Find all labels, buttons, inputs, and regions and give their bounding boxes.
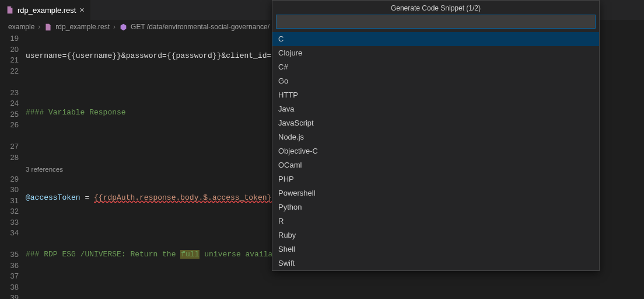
tab-label: rdp_example.rest — [18, 6, 76, 15]
file-icon — [44, 23, 52, 31]
palette-item[interactable]: Python — [272, 200, 599, 214]
palette-item[interactable]: Powershell — [272, 186, 599, 200]
code-value-error: {{rdpAuth.response.body.$.access_token}} — [94, 193, 276, 202]
palette-item[interactable]: C# — [272, 60, 599, 74]
method-icon — [119, 23, 127, 31]
breadcrumb-seg[interactable]: GET /data/environmental-social-governanc… — [131, 23, 270, 31]
file-icon — [6, 6, 14, 14]
code-text: username={{username}}&password={{passwor… — [26, 51, 276, 60]
palette-item[interactable]: Shell — [272, 242, 599, 256]
palette-item[interactable]: R — [272, 214, 599, 228]
palette-item[interactable]: JavaScript — [272, 116, 599, 130]
palette-title: Generate Code Snippet (1/2) — [272, 1, 599, 15]
codelens-references[interactable]: 3 references — [26, 166, 63, 173]
palette-item[interactable]: PHP — [272, 172, 599, 186]
close-icon[interactable]: × — [79, 5, 84, 15]
code-var: @accessToken — [26, 193, 80, 202]
palette-item[interactable]: Objective-C — [272, 144, 599, 158]
palette-item[interactable]: Go — [272, 74, 599, 88]
palette-item[interactable]: Java — [272, 102, 599, 116]
palette-item[interactable]: HTTP — [272, 88, 599, 102]
palette-item[interactable]: Clojure — [272, 46, 599, 60]
palette-item[interactable]: Swift — [272, 256, 599, 270]
chevron-right-icon: › — [38, 23, 40, 31]
palette-item[interactable]: C — [272, 32, 599, 46]
command-palette: Generate Code Snippet (1/2) CClojureC#Go… — [272, 0, 600, 271]
breadcrumb-seg[interactable]: example — [8, 23, 34, 31]
palette-item[interactable]: Ruby — [272, 228, 599, 242]
code-comment: #### Variable Response — [26, 108, 126, 117]
breadcrumb-seg[interactable]: rdp_example.rest — [55, 23, 110, 31]
palette-item[interactable]: Node.js — [272, 130, 599, 144]
tab-rdp-example[interactable]: rdp_example.rest × — [0, 0, 91, 20]
palette-item[interactable]: OCaml — [272, 158, 599, 172]
palette-list: CClojureC#GoHTTPJavaJavaScriptNode.jsObj… — [272, 32, 599, 270]
code-comment: ### RDP ESG /UNIVERSE: Return the — [26, 250, 180, 259]
line-gutter: 1920212223242526272829303132333435363738… — [0, 33, 26, 299]
chevron-right-icon: › — [113, 23, 116, 31]
palette-input[interactable] — [276, 15, 596, 29]
